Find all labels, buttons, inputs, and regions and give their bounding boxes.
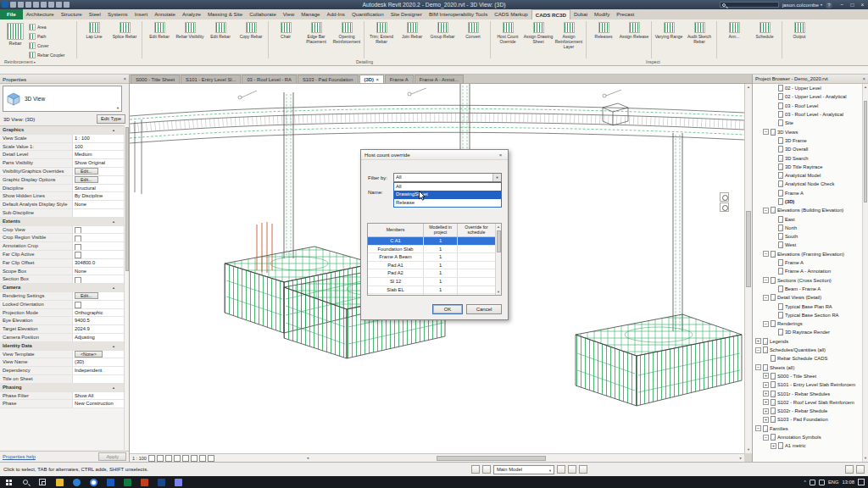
tree-item[interactable]: Rebar Schedule CADS (753, 354, 862, 363)
property-value[interactable]: Edit... (73, 176, 124, 184)
property-row[interactable]: Default Analysis Display Style None (0, 201, 124, 209)
property-value[interactable]: Edit... (73, 168, 124, 175)
table-scrollbar[interactable]: ▲ ▼ (495, 224, 501, 295)
tree-item[interactable]: Legends (753, 337, 862, 346)
property-value[interactable]: Edit... (73, 292, 124, 300)
property-row[interactable]: Extents (0, 218, 124, 226)
property-row[interactable]: Title on Sheet (0, 375, 124, 384)
ribbon-tab[interactable]: Systems (104, 9, 131, 19)
tree-item[interactable]: 02 - Upper Level - Analytical (753, 92, 862, 101)
expander-icon[interactable] (771, 260, 776, 266)
expander-icon[interactable] (771, 112, 776, 118)
type-selector[interactable]: 3D View ▼ (3, 86, 122, 112)
expander-icon[interactable] (763, 321, 769, 327)
property-row[interactable]: Phase Filter Show All (0, 392, 124, 401)
ribbon-button[interactable]: Convert (458, 21, 488, 40)
ribbon-group-label-reinforcement[interactable]: Reinforcement (4, 59, 36, 64)
ribbon-button[interactable]: Assign Release (619, 21, 649, 40)
expander-icon[interactable] (771, 94, 776, 100)
ribbon-button[interactable] (142, 21, 142, 58)
expander-icon[interactable] (771, 242, 776, 248)
tree-item[interactable]: Typical Base Plan RA (753, 302, 862, 310)
expander-icon[interactable] (763, 208, 769, 214)
column-header[interactable]: Override for schedule (458, 224, 495, 236)
expander-icon[interactable] (755, 338, 761, 344)
ribbon-button[interactable]: Assign Drawing Sheet (523, 21, 554, 45)
tree-item[interactable]: 03 - Roof Level - Analytical (753, 110, 862, 119)
property-row[interactable]: Eye Elevation 9400.5 (0, 317, 124, 325)
view-tab[interactable]: (3D) × (359, 75, 384, 83)
ribbon-button[interactable] (716, 21, 717, 58)
expander-icon[interactable] (763, 129, 769, 135)
property-value[interactable]: (3D) (73, 358, 124, 366)
view-tab[interactable]: S101 - Entry Level Sl... × (181, 75, 241, 83)
tree-item[interactable]: 03 - Roof Level (753, 102, 862, 110)
tree-item[interactable]: Frame A (753, 189, 862, 197)
ribbon-button[interactable]: Audit Sketch Rebar (684, 21, 715, 45)
tray-expand-icon[interactable]: ^ (804, 480, 806, 485)
property-row[interactable]: Camera Position Adjusting (0, 334, 124, 342)
ribbon-button[interactable]: Output (784, 21, 815, 40)
scroll-down-icon[interactable]: ▼ (745, 446, 752, 453)
ribbon-button[interactable]: Chair (270, 21, 301, 40)
tree-item[interactable]: East (753, 214, 862, 223)
tree-item[interactable]: 3D Raytrace Render (753, 328, 862, 336)
property-value[interactable] (73, 209, 124, 217)
tree-item[interactable]: Sections (Cross Section) (753, 276, 862, 285)
crop-region-icon[interactable] (191, 455, 198, 462)
expander-icon[interactable] (771, 164, 776, 169)
redo-icon[interactable] (25, 2, 31, 8)
expander-icon[interactable] (771, 147, 776, 152)
property-row[interactable]: Phasing (0, 384, 124, 392)
ribbon-tab[interactable]: File (0, 9, 23, 19)
crop-view-icon[interactable] (182, 455, 189, 462)
steering-wheel-icon[interactable] (720, 192, 729, 202)
dropdown-option[interactable]: Release (394, 199, 501, 207)
expander-icon[interactable] (763, 435, 769, 441)
property-row[interactable]: Crop View (0, 226, 124, 235)
taskbar-app-teams[interactable] (170, 476, 186, 488)
property-value[interactable]: 304800.0 (73, 259, 124, 267)
ribbon-tab[interactable]: Architecture (23, 9, 58, 19)
ribbon-tab[interactable]: Steel (86, 9, 104, 19)
dropdown-option[interactable]: All (394, 183, 501, 191)
ribbon-tab[interactable]: Dubai (570, 9, 591, 19)
table-row[interactable]: Foundation Slab 1 (368, 246, 495, 254)
ribbon-button[interactable]: Assign Reinforcement Layer (554, 21, 584, 49)
property-row[interactable]: Phase New Construction (0, 400, 124, 408)
ribbon-button[interactable]: Group Rebar (427, 21, 458, 40)
property-value[interactable]: New Construction (73, 400, 124, 408)
property-value[interactable]: Show Original (73, 159, 124, 167)
volume-icon[interactable] (819, 480, 825, 485)
tree-item[interactable]: S101r - Rebar Shedules (753, 389, 862, 397)
ribbon-button[interactable] (364, 21, 364, 58)
property-value[interactable]: Medium (73, 151, 124, 158)
view-tab[interactable]: S103 - Pad Foundation × (298, 75, 359, 83)
shadows-icon[interactable] (174, 455, 181, 462)
save-icon[interactable] (10, 2, 16, 8)
taskbar-app-revit[interactable] (153, 476, 170, 488)
property-row[interactable]: Scale Value 1: 100 (0, 143, 124, 152)
ribbon-small-button[interactable]: Cover (29, 41, 75, 50)
property-value[interactable]: By Discipline (73, 192, 124, 200)
tree-item[interactable]: S103 - Pad Foundation (753, 415, 862, 424)
property-value[interactable]: Show All (73, 392, 124, 400)
property-row[interactable]: Projection Mode Orthographic (0, 309, 124, 318)
tree-item[interactable]: Analytical Node Check (753, 180, 862, 188)
scroll-up-icon[interactable]: ▲ (745, 84, 752, 91)
search-box[interactable] (720, 2, 779, 8)
ribbon-button[interactable]: Rebar Visibility (175, 21, 205, 40)
dialog-close-button[interactable]: × (497, 152, 504, 158)
apply-button[interactable]: Apply (98, 452, 126, 461)
undo-icon[interactable] (18, 2, 24, 8)
expander-icon[interactable] (755, 347, 761, 353)
start-button[interactable] (0, 476, 17, 488)
property-value[interactable]: Independent (73, 367, 124, 374)
view-scale-label[interactable]: 1 : 100 (132, 456, 147, 461)
tree-item[interactable]: 3D Frame (753, 136, 862, 145)
expander-icon[interactable] (771, 120, 776, 126)
measure-icon[interactable] (41, 2, 47, 8)
expander-icon[interactable] (771, 155, 776, 161)
property-row[interactable]: Graphics (0, 126, 124, 135)
ribbon-button[interactable] (586, 21, 587, 58)
